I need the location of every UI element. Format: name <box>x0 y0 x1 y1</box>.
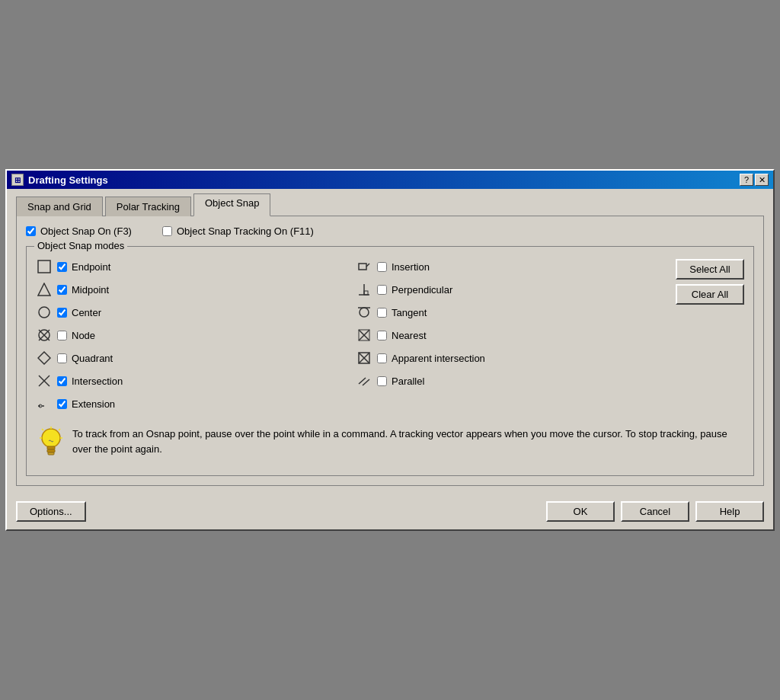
intersection-checkbox[interactable] <box>57 376 67 386</box>
svg-rect-34 <box>48 452 54 455</box>
snap-mode-midpoint: Midpoint <box>36 279 340 300</box>
parallel-icon <box>356 372 372 389</box>
nearest-checkbox[interactable] <box>377 331 387 340</box>
perpendicular-checkbox[interactable] <box>377 285 387 295</box>
hint-box: To track from an Osnap point, pause over… <box>36 424 744 466</box>
center-label: Center <box>72 307 101 318</box>
nearest-label: Nearest <box>392 330 427 341</box>
object-snap-on-label[interactable]: Object Snap On (F3) <box>26 225 132 237</box>
snap-mode-node: Node <box>36 324 340 346</box>
svg-point-2 <box>39 307 50 318</box>
title-buttons: ? ✕ <box>740 174 769 186</box>
intersection-icon <box>36 372 53 389</box>
tab-snap-and-grid[interactable]: Snap and Grid <box>16 197 103 216</box>
close-title-button[interactable]: ✕ <box>755 174 769 186</box>
svg-line-30 <box>42 429 43 430</box>
svg-marker-1 <box>38 283 50 296</box>
help-button[interactable]: Help <box>695 501 764 522</box>
apparent-intersection-label: Apparent intersection <box>392 353 485 364</box>
nearest-icon <box>356 327 372 344</box>
midpoint-checkbox[interactable] <box>57 285 67 295</box>
object-snap-tracking-label[interactable]: Object Snap Tracking On (F11) <box>162 225 314 237</box>
perpendicular-icon <box>356 281 372 298</box>
options-row: Object Snap On (F3) Object Snap Tracking… <box>26 225 754 237</box>
snap-mode-apparent-intersection: Apparent intersection <box>356 347 660 369</box>
svg-point-26 <box>42 429 60 447</box>
object-snap-on-checkbox[interactable] <box>26 226 36 236</box>
ok-button[interactable]: OK <box>546 501 615 522</box>
node-label: Node <box>72 330 95 341</box>
svg-rect-0 <box>38 261 50 273</box>
quadrant-label: Quadrant <box>72 353 113 364</box>
node-checkbox[interactable] <box>57 331 67 340</box>
insertion-checkbox[interactable] <box>377 262 387 272</box>
svg-rect-32 <box>47 446 55 449</box>
footer-left: Options... <box>16 501 86 522</box>
extension-label: Extension <box>72 398 115 410</box>
center-checkbox[interactable] <box>57 308 67 318</box>
parallel-label: Parallel <box>392 376 424 387</box>
snap-modes-right-col: Insertion P <box>356 256 660 414</box>
extension-checkbox[interactable] <box>57 399 67 409</box>
footer-right: OK Cancel Help <box>546 501 764 522</box>
snap-mode-nearest: Nearest <box>356 324 660 346</box>
perpendicular-label: Perpendicular <box>392 284 452 296</box>
dialog-title: Drafting Settings <box>28 174 108 186</box>
clear-all-button[interactable]: Clear All <box>676 284 744 305</box>
svg-line-28 <box>59 429 60 430</box>
snap-mode-tangent: Tangent <box>356 302 660 323</box>
svg-rect-11 <box>359 264 366 270</box>
tab-polar-tracking[interactable]: Polar Tracking <box>105 197 191 216</box>
cancel-button[interactable]: Cancel <box>621 501 689 522</box>
tangent-checkbox[interactable] <box>377 308 387 318</box>
select-all-button[interactable]: Select All <box>676 259 744 280</box>
snap-mode-center: Center <box>36 302 340 323</box>
svg-marker-6 <box>38 352 50 364</box>
object-snap-on-text: Object Snap On (F3) <box>40 225 132 237</box>
tab-object-snap[interactable]: Object Snap <box>193 193 271 216</box>
snap-mode-perpendicular: Perpendicular <box>356 279 660 300</box>
group-box-label: Object Snap modes <box>34 240 127 251</box>
dialog-icon: ⊞ <box>11 174 24 186</box>
help-title-button[interactable]: ? <box>740 174 753 186</box>
dialog-footer: Options... OK Cancel Help <box>7 495 773 529</box>
insertion-icon <box>356 258 372 275</box>
object-snap-tracking-checkbox[interactable] <box>162 226 172 236</box>
snap-modes-left-col: Endpoint Midpoint <box>36 256 340 414</box>
snap-modes-group: Object Snap modes Endpoint <box>26 246 754 476</box>
snap-mode-buttons: Select All Clear All <box>676 256 744 414</box>
insertion-label: Insertion <box>392 261 430 273</box>
node-icon <box>36 327 53 344</box>
parallel-checkbox[interactable] <box>377 376 387 386</box>
intersection-label: Intersection <box>72 376 123 387</box>
tab-content-object-snap: Object Snap On (F3) Object Snap Tracking… <box>16 216 764 486</box>
snap-mode-endpoint: Endpoint <box>36 256 340 277</box>
lightbulb-icon <box>39 427 63 463</box>
quadrant-checkbox[interactable] <box>57 353 67 363</box>
title-bar-left: ⊞ Drafting Settings <box>11 174 108 186</box>
dialog-drafting-settings: ⊞ Drafting Settings ? ✕ Snap and Grid Po… <box>5 169 775 531</box>
extension-icon <box>36 395 53 412</box>
svg-rect-33 <box>47 449 55 452</box>
snap-mode-extension: Extension <box>36 393 340 414</box>
snap-mode-parallel: Parallel <box>356 370 660 392</box>
snap-mode-insertion: Insertion <box>356 256 660 277</box>
dialog-body: Snap and Grid Polar Tracking Object Snap… <box>7 189 773 495</box>
endpoint-checkbox[interactable] <box>57 262 67 272</box>
apparent-intersection-checkbox[interactable] <box>377 353 387 363</box>
tangent-icon <box>356 304 372 321</box>
midpoint-label: Midpoint <box>72 284 109 296</box>
object-snap-tracking-text: Object Snap Tracking On (F11) <box>177 225 314 237</box>
apparent-intersection-icon <box>356 350 372 366</box>
center-icon <box>36 304 53 321</box>
snap-modes-grid: Endpoint Midpoint <box>36 256 744 414</box>
snap-mode-intersection: Intersection <box>36 370 340 392</box>
svg-point-16 <box>360 308 369 317</box>
endpoint-label: Endpoint <box>72 261 110 273</box>
tabs: Snap and Grid Polar Tracking Object Snap <box>16 195 764 216</box>
snap-mode-quadrant: Quadrant <box>36 347 340 369</box>
title-bar: ⊞ Drafting Settings ? ✕ <box>7 171 773 189</box>
midpoint-icon <box>36 281 53 298</box>
hint-text: To track from an Osnap point, pause over… <box>72 427 741 456</box>
options-button[interactable]: Options... <box>16 501 86 522</box>
